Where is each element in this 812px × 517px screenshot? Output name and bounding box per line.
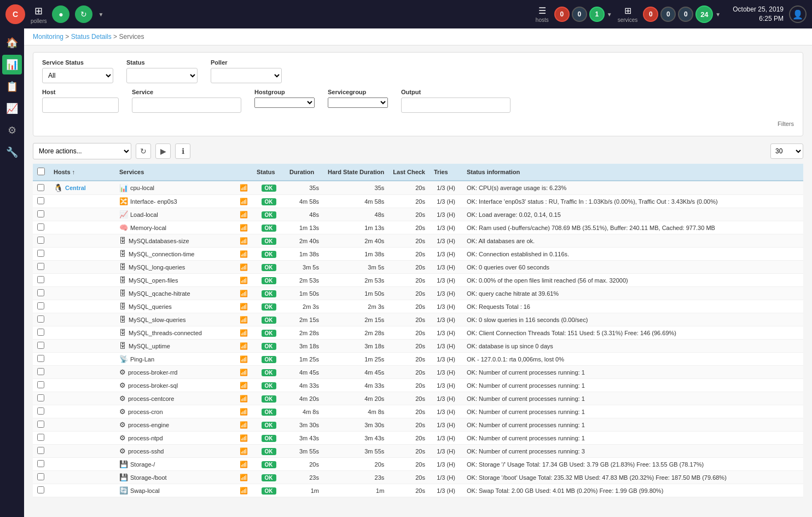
user-avatar[interactable]: 👤: [789, 5, 807, 23]
sidebar-item-settings[interactable]: ⚙: [2, 120, 22, 140]
page-size-select[interactable]: 30 50 100: [770, 143, 803, 159]
select-all-checkbox[interactable]: [37, 168, 45, 175]
hosts-badge-down[interactable]: 0: [554, 7, 570, 22]
service-link[interactable]: MySQL_long-queries: [129, 264, 185, 271]
header-hosts[interactable]: Hosts ↑: [49, 164, 115, 181]
service-link[interactable]: process-centcore: [128, 395, 174, 402]
sidebar-item-home[interactable]: 🏠: [2, 33, 22, 53]
service-link[interactable]: Swap-local: [130, 487, 160, 494]
chart-icon[interactable]: 📶: [240, 277, 248, 284]
chart-icon[interactable]: 📶: [240, 290, 248, 297]
chart-icon[interactable]: 📶: [240, 303, 248, 311]
row-checkbox[interactable]: [37, 302, 44, 309]
row-checkbox[interactable]: [37, 460, 44, 467]
chart-icon[interactable]: 📶: [240, 211, 248, 219]
sidebar-item-reports[interactable]: 📈: [2, 99, 22, 118]
chart-icon[interactable]: 📶: [240, 447, 248, 455]
chart-icon[interactable]: 📶: [240, 461, 248, 468]
service-link[interactable]: MySQL_qcache-hitrate: [129, 290, 190, 297]
services-chevron[interactable]: ▼: [715, 12, 721, 18]
row-checkbox[interactable]: [37, 315, 44, 323]
row-checkbox[interactable]: [37, 381, 44, 388]
chart-icon[interactable]: 📶: [240, 395, 248, 403]
row-checkbox[interactable]: [37, 210, 44, 217]
sidebar-item-dashboard[interactable]: 📊: [2, 55, 22, 74]
header-hard-state-duration[interactable]: Hard State Duration: [323, 164, 388, 181]
header-last-check[interactable]: Last Check: [388, 164, 430, 181]
services-badge-critical[interactable]: 0: [643, 7, 658, 22]
hostgroup-select[interactable]: [254, 97, 315, 108]
service-link[interactable]: Interface- enp0s3: [130, 198, 177, 205]
service-status-select[interactable]: All OK Warning Critical Unknown: [42, 68, 113, 83]
chart-icon[interactable]: 📶: [240, 408, 248, 416]
service-link[interactable]: process-broker-rrd: [128, 369, 177, 376]
service-link[interactable]: MySQL_connection-time: [129, 251, 194, 257]
chart-icon[interactable]: 📶: [240, 316, 248, 324]
row-checkbox[interactable]: [37, 434, 44, 441]
host-input[interactable]: [42, 97, 119, 113]
service-link[interactable]: process-ntpd: [128, 435, 163, 441]
monitoring-icon[interactable]: ↻: [75, 5, 92, 23]
header-status[interactable]: Status: [252, 164, 285, 181]
service-link[interactable]: MySQL_slow-queries: [129, 317, 186, 323]
chart-icon[interactable]: 📶: [240, 342, 248, 350]
service-link[interactable]: MySQL_uptime: [129, 343, 170, 349]
service-link[interactable]: Storage-/boot: [130, 474, 167, 481]
chart-icon[interactable]: 📶: [240, 421, 248, 429]
header-tries[interactable]: Tries: [430, 164, 462, 181]
chart-icon[interactable]: 📶: [240, 198, 248, 205]
info-btn[interactable]: ℹ: [175, 143, 190, 159]
service-link[interactable]: MySQL_open-files: [129, 277, 178, 284]
header-duration[interactable]: Duration: [285, 164, 323, 181]
row-checkbox[interactable]: [37, 250, 44, 257]
chart-icon[interactable]: 📶: [240, 487, 248, 495]
sidebar-item-tools[interactable]: 🔧: [2, 142, 22, 162]
row-checkbox[interactable]: [37, 184, 44, 191]
service-link[interactable]: process-cron: [128, 409, 163, 415]
hosts-chevron[interactable]: ▼: [607, 12, 612, 18]
chart-icon[interactable]: 📶: [240, 224, 248, 232]
chart-icon[interactable]: 📶: [240, 382, 248, 389]
poller-select[interactable]: [211, 68, 282, 83]
play-btn[interactable]: ▶: [155, 143, 171, 159]
row-checkbox[interactable]: [37, 407, 44, 415]
row-checkbox[interactable]: [37, 368, 44, 375]
service-link[interactable]: Ping-Lan: [130, 356, 154, 363]
row-checkbox[interactable]: [37, 447, 44, 454]
service-link[interactable]: Storage-/: [130, 461, 155, 468]
servicegroup-select[interactable]: [328, 97, 388, 108]
row-checkbox[interactable]: [37, 473, 44, 480]
services-badge-warning[interactable]: 0: [660, 7, 676, 22]
sidebar-item-monitoring[interactable]: 📋: [2, 77, 22, 96]
service-link[interactable]: process-sshd: [128, 448, 164, 455]
monitoring-chevron[interactable]: ▼: [98, 12, 103, 18]
breadcrumb-status-details[interactable]: Status Details: [71, 33, 112, 41]
row-checkbox[interactable]: [37, 276, 44, 283]
row-checkbox[interactable]: [37, 329, 44, 336]
row-checkbox[interactable]: [37, 421, 44, 428]
row-checkbox[interactable]: [37, 263, 44, 270]
row-checkbox[interactable]: [37, 223, 44, 231]
row-checkbox[interactable]: [37, 289, 44, 296]
service-input[interactable]: [132, 97, 241, 113]
chart-icon[interactable]: 📶: [240, 329, 248, 337]
service-link[interactable]: process-broker-sql: [128, 382, 178, 389]
header-services[interactable]: Services: [115, 164, 235, 181]
host-link[interactable]: Central: [65, 185, 86, 191]
chart-icon[interactable]: 📶: [240, 474, 248, 481]
more-actions-select[interactable]: More actions...: [33, 143, 131, 159]
services-badge-unknown[interactable]: 0: [678, 7, 693, 22]
row-checkbox[interactable]: [37, 486, 44, 493]
database-icon[interactable]: ●: [52, 5, 69, 23]
hosts-badge-up[interactable]: 1: [589, 7, 605, 22]
service-link[interactable]: Memory-local: [130, 225, 166, 231]
row-checkbox[interactable]: [37, 394, 44, 401]
chart-icon[interactable]: 📶: [240, 184, 248, 192]
service-link[interactable]: MySQL_threads-connected: [129, 330, 202, 336]
chart-icon[interactable]: 📶: [240, 250, 248, 258]
output-input[interactable]: [401, 97, 511, 113]
chart-icon[interactable]: 📶: [240, 369, 248, 376]
row-checkbox[interactable]: [37, 342, 44, 349]
service-link[interactable]: cpu-local: [130, 185, 154, 191]
chart-icon[interactable]: 📶: [240, 237, 248, 245]
